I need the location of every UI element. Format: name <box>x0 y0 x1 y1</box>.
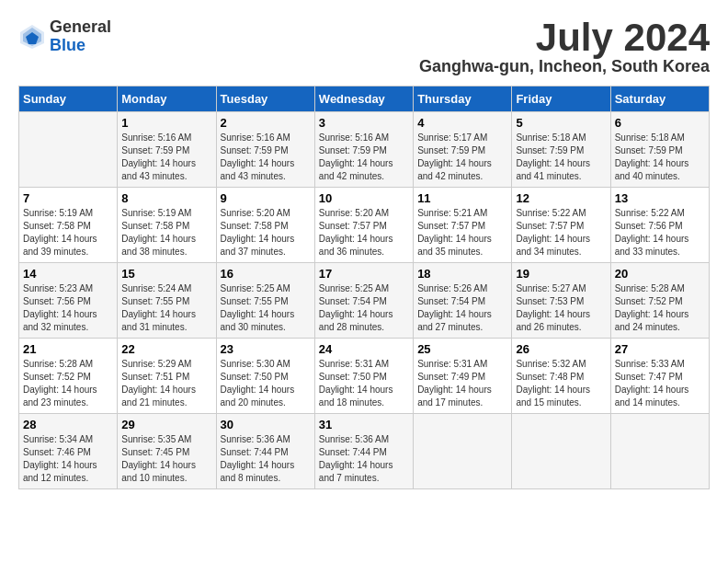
day-info: Sunrise: 5:25 AMSunset: 7:55 PMDaylight:… <box>221 282 311 334</box>
day-info: Sunrise: 5:30 AMSunset: 7:50 PMDaylight:… <box>221 358 311 409</box>
day-number: 31 <box>319 418 409 431</box>
day-info: Sunrise: 5:23 AMSunset: 7:56 PMDaylight:… <box>23 282 113 334</box>
logo: General Blue <box>18 18 111 55</box>
day-info: Sunrise: 5:17 AMSunset: 7:59 PMDaylight:… <box>417 132 507 183</box>
table-row: 9Sunrise: 5:20 AMSunset: 7:58 PMDaylight… <box>216 188 314 263</box>
day-info: Sunrise: 5:26 AMSunset: 7:54 PMDaylight:… <box>417 282 507 334</box>
day-number: 9 <box>221 191 311 205</box>
day-number: 11 <box>417 191 507 205</box>
table-row: 12Sunrise: 5:22 AMSunset: 7:57 PMDayligh… <box>512 188 610 263</box>
day-number: 27 <box>615 342 705 356</box>
col-monday: Monday <box>118 86 216 112</box>
day-number: 18 <box>417 267 507 281</box>
location-title: Ganghwa-gun, Incheon, South Korea <box>419 57 710 76</box>
day-info: Sunrise: 5:34 AMSunset: 7:46 PMDaylight:… <box>23 433 113 485</box>
calendar-week-row: 14Sunrise: 5:23 AMSunset: 7:56 PMDayligh… <box>19 263 710 339</box>
calendar-header-row: Sunday Monday Tuesday Wednesday Thursday… <box>19 86 710 112</box>
day-info: Sunrise: 5:29 AMSunset: 7:51 PMDaylight:… <box>121 358 211 409</box>
day-number: 24 <box>319 342 409 356</box>
calendar-week-row: 7Sunrise: 5:19 AMSunset: 7:58 PMDaylight… <box>19 188 710 263</box>
month-title: July 2024 <box>419 18 710 57</box>
table-row: 21Sunrise: 5:28 AMSunset: 7:52 PMDayligh… <box>19 339 118 414</box>
header: General Blue July 2024 Ganghwa-gun, Inch… <box>18 18 710 76</box>
table-row: 23Sunrise: 5:30 AMSunset: 7:50 PMDayligh… <box>216 339 314 414</box>
day-number: 12 <box>516 191 606 205</box>
day-info: Sunrise: 5:16 AMSunset: 7:59 PMDaylight:… <box>319 132 409 183</box>
day-info: Sunrise: 5:32 AMSunset: 7:48 PMDaylight:… <box>516 358 606 409</box>
day-info: Sunrise: 5:35 AMSunset: 7:45 PMDaylight:… <box>121 433 211 485</box>
title-section: July 2024 Ganghwa-gun, Incheon, South Ko… <box>419 18 710 76</box>
col-saturday: Saturday <box>610 86 709 112</box>
calendar-week-row: 28Sunrise: 5:34 AMSunset: 7:46 PMDayligh… <box>19 414 710 489</box>
day-number: 19 <box>516 267 606 281</box>
day-number: 26 <box>516 342 606 356</box>
day-number: 28 <box>23 418 113 431</box>
table-row: 18Sunrise: 5:26 AMSunset: 7:54 PMDayligh… <box>414 263 512 339</box>
logo-text: General Blue <box>50 18 111 55</box>
table-row: 2Sunrise: 5:16 AMSunset: 7:59 PMDaylight… <box>216 112 314 188</box>
day-info: Sunrise: 5:20 AMSunset: 7:58 PMDaylight:… <box>221 207 311 259</box>
day-number: 10 <box>319 191 409 205</box>
day-number: 25 <box>417 342 507 356</box>
day-info: Sunrise: 5:31 AMSunset: 7:49 PMDaylight:… <box>417 358 507 409</box>
day-info: Sunrise: 5:28 AMSunset: 7:52 PMDaylight:… <box>23 358 113 409</box>
table-row <box>610 414 709 489</box>
table-row: 8Sunrise: 5:19 AMSunset: 7:58 PMDaylight… <box>118 188 216 263</box>
table-row: 3Sunrise: 5:16 AMSunset: 7:59 PMDaylight… <box>314 112 413 188</box>
day-info: Sunrise: 5:20 AMSunset: 7:57 PMDaylight:… <box>319 207 409 259</box>
day-info: Sunrise: 5:28 AMSunset: 7:52 PMDaylight:… <box>615 282 705 334</box>
day-info: Sunrise: 5:24 AMSunset: 7:55 PMDaylight:… <box>121 282 211 334</box>
day-info: Sunrise: 5:19 AMSunset: 7:58 PMDaylight:… <box>23 207 113 259</box>
table-row: 1Sunrise: 5:16 AMSunset: 7:59 PMDaylight… <box>118 112 216 188</box>
calendar-table: Sunday Monday Tuesday Wednesday Thursday… <box>18 86 710 489</box>
day-info: Sunrise: 5:22 AMSunset: 7:56 PMDaylight:… <box>615 207 705 259</box>
col-friday: Friday <box>512 86 610 112</box>
day-number: 14 <box>23 267 113 281</box>
table-row: 19Sunrise: 5:27 AMSunset: 7:53 PMDayligh… <box>512 263 610 339</box>
day-info: Sunrise: 5:27 AMSunset: 7:53 PMDaylight:… <box>516 282 606 334</box>
day-info: Sunrise: 5:31 AMSunset: 7:50 PMDaylight:… <box>319 358 409 409</box>
table-row <box>512 414 610 489</box>
day-info: Sunrise: 5:16 AMSunset: 7:59 PMDaylight:… <box>121 132 211 183</box>
table-row: 15Sunrise: 5:24 AMSunset: 7:55 PMDayligh… <box>118 263 216 339</box>
table-row: 14Sunrise: 5:23 AMSunset: 7:56 PMDayligh… <box>19 263 118 339</box>
logo-icon <box>18 23 46 51</box>
table-row: 16Sunrise: 5:25 AMSunset: 7:55 PMDayligh… <box>216 263 314 339</box>
table-row: 30Sunrise: 5:36 AMSunset: 7:44 PMDayligh… <box>216 414 314 489</box>
day-number: 7 <box>23 191 113 205</box>
day-info: Sunrise: 5:33 AMSunset: 7:47 PMDaylight:… <box>615 358 705 409</box>
day-number: 5 <box>516 116 606 130</box>
day-info: Sunrise: 5:18 AMSunset: 7:59 PMDaylight:… <box>516 132 606 183</box>
calendar-week-row: 21Sunrise: 5:28 AMSunset: 7:52 PMDayligh… <box>19 339 710 414</box>
day-number: 1 <box>121 116 211 130</box>
day-number: 8 <box>121 191 211 205</box>
table-row <box>414 414 512 489</box>
table-row: 11Sunrise: 5:21 AMSunset: 7:57 PMDayligh… <box>414 188 512 263</box>
table-row: 28Sunrise: 5:34 AMSunset: 7:46 PMDayligh… <box>19 414 118 489</box>
table-row: 4Sunrise: 5:17 AMSunset: 7:59 PMDaylight… <box>414 112 512 188</box>
day-info: Sunrise: 5:22 AMSunset: 7:57 PMDaylight:… <box>516 207 606 259</box>
table-row: 17Sunrise: 5:25 AMSunset: 7:54 PMDayligh… <box>314 263 413 339</box>
day-number: 21 <box>23 342 113 356</box>
table-row: 7Sunrise: 5:19 AMSunset: 7:58 PMDaylight… <box>19 188 118 263</box>
day-number: 6 <box>615 116 705 130</box>
table-row: 6Sunrise: 5:18 AMSunset: 7:59 PMDaylight… <box>610 112 709 188</box>
table-row: 13Sunrise: 5:22 AMSunset: 7:56 PMDayligh… <box>610 188 709 263</box>
day-info: Sunrise: 5:16 AMSunset: 7:59 PMDaylight:… <box>221 132 311 183</box>
day-info: Sunrise: 5:18 AMSunset: 7:59 PMDaylight:… <box>615 132 705 183</box>
day-info: Sunrise: 5:36 AMSunset: 7:44 PMDaylight:… <box>319 433 409 485</box>
col-tuesday: Tuesday <box>216 86 314 112</box>
table-row: 20Sunrise: 5:28 AMSunset: 7:52 PMDayligh… <box>610 263 709 339</box>
day-info: Sunrise: 5:25 AMSunset: 7:54 PMDaylight:… <box>319 282 409 334</box>
day-info: Sunrise: 5:36 AMSunset: 7:44 PMDaylight:… <box>221 433 311 485</box>
table-row: 5Sunrise: 5:18 AMSunset: 7:59 PMDaylight… <box>512 112 610 188</box>
day-number: 20 <box>615 267 705 281</box>
day-number: 4 <box>417 116 507 130</box>
day-info: Sunrise: 5:19 AMSunset: 7:58 PMDaylight:… <box>121 207 211 259</box>
table-row: 29Sunrise: 5:35 AMSunset: 7:45 PMDayligh… <box>118 414 216 489</box>
day-number: 16 <box>221 267 311 281</box>
day-number: 15 <box>121 267 211 281</box>
col-wednesday: Wednesday <box>314 86 413 112</box>
logo-blue-text: Blue <box>50 37 111 55</box>
table-row <box>19 112 118 188</box>
